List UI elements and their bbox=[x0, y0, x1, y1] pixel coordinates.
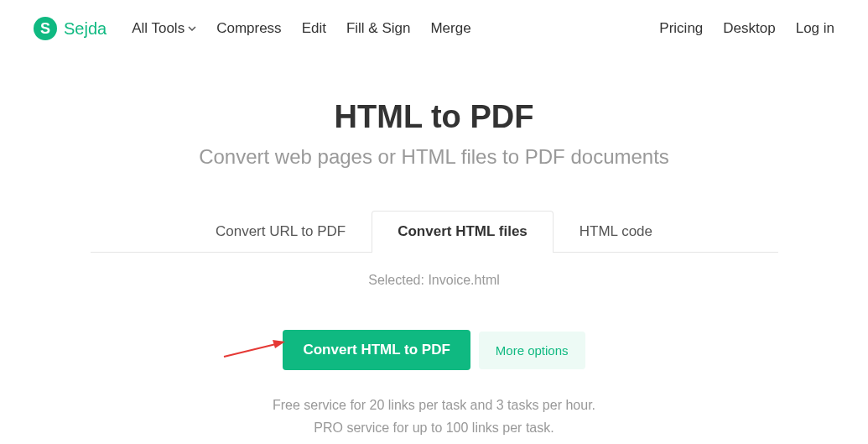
header: S Sejda All Tools Compress Edit Fill & S… bbox=[0, 0, 868, 57]
logo-icon: S bbox=[34, 17, 57, 40]
header-right: Pricing Desktop Log in bbox=[659, 20, 834, 37]
tab-convert-url[interactable]: Convert URL to PDF bbox=[190, 211, 372, 252]
nav-compress[interactable]: Compress bbox=[216, 20, 281, 37]
tabs: Convert URL to PDF Convert HTML files HT… bbox=[91, 211, 778, 253]
svg-line-0 bbox=[224, 343, 279, 357]
tab-convert-html-files[interactable]: Convert HTML files bbox=[372, 211, 554, 253]
main: HTML to PDF Convert web pages or HTML fi… bbox=[0, 57, 868, 439]
logo-text: Sejda bbox=[64, 19, 107, 39]
nav-fill-sign[interactable]: Fill & Sign bbox=[346, 20, 411, 37]
logo[interactable]: S Sejda bbox=[34, 17, 107, 40]
header-left: S Sejda All Tools Compress Edit Fill & S… bbox=[34, 17, 471, 40]
nav-all-tools[interactable]: All Tools bbox=[132, 20, 196, 37]
tab-html-code[interactable]: HTML code bbox=[554, 211, 678, 252]
page-subtitle: Convert web pages or HTML files to PDF d… bbox=[0, 145, 868, 169]
nav-login[interactable]: Log in bbox=[796, 20, 834, 37]
footnote-line2: PRO service for up to 100 links per task… bbox=[0, 416, 868, 439]
nav-edit[interactable]: Edit bbox=[302, 20, 326, 37]
nav: All Tools Compress Edit Fill & Sign Merg… bbox=[132, 20, 470, 37]
nav-desktop[interactable]: Desktop bbox=[723, 20, 775, 37]
nav-pricing[interactable]: Pricing bbox=[659, 20, 703, 37]
actions: Convert HTML to PDF More options bbox=[0, 330, 868, 370]
footnote: Free service for 20 links per task and 3… bbox=[0, 394, 868, 439]
more-options-button[interactable]: More options bbox=[479, 332, 585, 369]
annotation-arrow-icon bbox=[222, 340, 285, 358]
page-title: HTML to PDF bbox=[0, 99, 868, 135]
nav-all-tools-label: All Tools bbox=[132, 20, 185, 37]
selected-file-label: Selected: Invoice.html bbox=[0, 273, 868, 288]
chevron-down-icon bbox=[188, 26, 196, 31]
nav-merge[interactable]: Merge bbox=[430, 20, 470, 37]
convert-button[interactable]: Convert HTML to PDF bbox=[283, 330, 470, 370]
footnote-line1: Free service for 20 links per task and 3… bbox=[0, 394, 868, 416]
